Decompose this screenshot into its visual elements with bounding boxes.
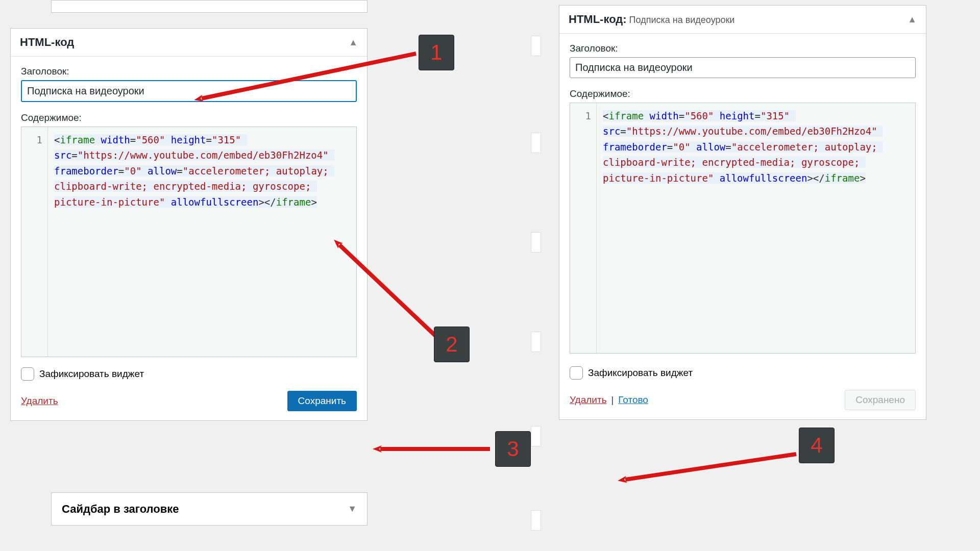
fix-widget-checkbox[interactable] xyxy=(21,367,34,381)
widget-body: Заголовок: Содержимое: 1 <iframe width="… xyxy=(559,34,926,419)
annotation-marker-4: 4 xyxy=(799,428,835,463)
widget-title-suffix: Подписка на видеоуроки xyxy=(629,15,735,25)
fix-widget-label: Зафиксировать виджет xyxy=(39,368,144,380)
title-label: Заголовок: xyxy=(570,43,916,54)
title-input[interactable] xyxy=(21,80,357,102)
panel-stub-top xyxy=(51,0,368,13)
drag-handle[interactable] xyxy=(531,426,541,446)
fix-widget-checkbox[interactable] xyxy=(570,366,583,380)
chevron-up-icon: ▲ xyxy=(349,37,358,48)
html-widget-left: HTML-код ▲ Заголовок: Содержимое: 1 <ifr… xyxy=(10,28,368,421)
drag-handle[interactable] xyxy=(531,133,541,153)
delete-link[interactable]: Удалить xyxy=(570,394,607,405)
widget-header[interactable]: HTML-код ▲ xyxy=(11,29,367,57)
svg-line-4 xyxy=(625,454,796,480)
save-button[interactable]: Сохранить xyxy=(287,391,357,411)
content-label: Содержимое: xyxy=(570,88,916,99)
drag-handle[interactable] xyxy=(531,510,541,531)
widget-header[interactable]: HTML-код: Подписка на видеоуроки ▲ xyxy=(559,6,926,34)
chevron-down-icon: ▼ xyxy=(348,504,357,514)
widget-body: Заголовок: Содержимое: 1 <iframe width="… xyxy=(11,57,367,420)
drag-handle[interactable] xyxy=(531,36,541,56)
code-gutter: 1 xyxy=(570,103,597,353)
annotation-marker-1: 1 xyxy=(419,35,454,70)
pipe-separator: | xyxy=(611,395,614,405)
code-gutter: 1 xyxy=(21,127,48,357)
title-label: Заголовок: xyxy=(21,66,357,77)
code-content[interactable]: <iframe width="560" height="315" src="ht… xyxy=(597,103,915,353)
widget-title: HTML-код xyxy=(20,36,74,49)
chevron-up-icon: ▲ xyxy=(908,14,917,25)
fix-widget-label: Зафиксировать виджет xyxy=(588,367,693,379)
code-editor[interactable]: 1 <iframe width="560" height="315" src="… xyxy=(21,127,357,357)
code-editor[interactable]: 1 <iframe width="560" height="315" src="… xyxy=(570,103,916,354)
saved-button[interactable]: Сохранено xyxy=(845,390,916,410)
panel-title: Сайдбар в заголовке xyxy=(62,503,179,516)
annotation-marker-2: 2 xyxy=(434,327,470,362)
delete-link[interactable]: Удалить xyxy=(21,395,58,407)
code-content[interactable]: <iframe width="560" height="315" src="ht… xyxy=(48,127,356,357)
done-link[interactable]: Готово xyxy=(618,394,648,405)
drag-handle[interactable] xyxy=(531,332,541,352)
sidebar-header-panel[interactable]: Сайдбар в заголовке ▼ xyxy=(51,492,368,525)
widget-title-prefix: HTML-код: xyxy=(569,13,627,26)
title-input[interactable] xyxy=(570,57,916,78)
annotation-marker-3: 3 xyxy=(495,431,531,467)
html-widget-right: HTML-код: Подписка на видеоуроки ▲ Загол… xyxy=(559,5,926,420)
drag-handle[interactable] xyxy=(531,232,541,253)
content-label: Содержимое: xyxy=(21,112,357,123)
